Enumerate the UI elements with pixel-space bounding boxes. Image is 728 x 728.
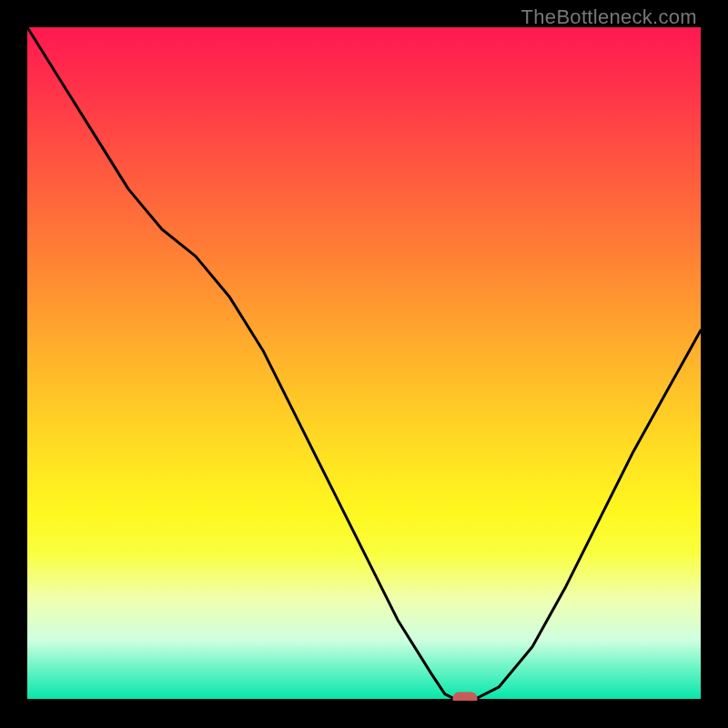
optimum-marker	[453, 693, 477, 701]
bottleneck-curve	[27, 27, 701, 701]
chart-frame: TheBottleneck.com	[0, 0, 728, 728]
watermark-text: TheBottleneck.com	[521, 5, 697, 29]
curve-svg	[27, 27, 701, 701]
plot-area	[27, 27, 701, 701]
